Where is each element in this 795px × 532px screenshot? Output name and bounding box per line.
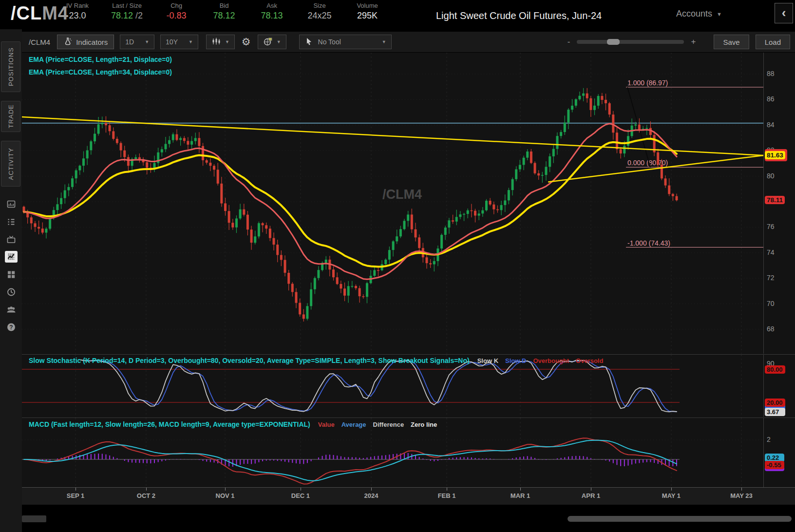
legend-item: Slow D <box>505 357 526 364</box>
svg-text:1.000 (86.97): 1.000 (86.97) <box>627 79 668 87</box>
indicators-label: Indicators <box>76 38 108 46</box>
load-button[interactable]: Load <box>756 35 790 49</box>
macd-pane: 20.22-0.55-0.77 MACD (Fast length=12, Sl… <box>22 418 795 487</box>
price-axis[interactable]: 888684828078767472706881.6378.11 <box>763 53 795 354</box>
tool-value: No Tool <box>318 38 341 46</box>
quote-field-label: Ask <box>258 2 286 9</box>
price-tick: 72 <box>767 274 775 282</box>
range-dropdown[interactable]: 10Y▼ <box>160 35 198 49</box>
quote-field-value: 78.12 <box>210 11 238 21</box>
header-quote-fields: IV Rank23.0Last / Size78.12 /2Chg-0.83Bi… <box>63 2 381 21</box>
accounts-label: Accounts <box>676 9 712 19</box>
candlestick-chart[interactable]: /CLM41.000 (86.97)0.000 (80.70)-1.000 (7… <box>22 53 763 354</box>
chart-stack: /CLM41.000 (86.97)0.000 (80.70)-1.000 (7… <box>22 53 795 532</box>
sidebar-tab-positions[interactable]: POSITIONS <box>1 41 20 92</box>
chart-toolbar: /CLM4 Indicators 1D▼ 10Y▼ ▼ ⚙ ▼ N <box>22 32 795 52</box>
legend-item: Overbought <box>533 357 569 364</box>
time-tick-label: OCT 2 <box>137 492 155 499</box>
drawing-tool-dropdown[interactable]: No Tool ▼ <box>299 35 392 49</box>
quote-field-size: Size24x25 <box>305 2 334 21</box>
sidebar-news-chart-icon[interactable] <box>0 195 22 213</box>
range-value: 10Y <box>166 38 178 46</box>
price-tick: 68 <box>767 325 775 333</box>
sidebar-grid-icon[interactable] <box>0 266 22 283</box>
quote-field-ask: Ask78.13 <box>258 2 286 21</box>
quote-field-label: Chg <box>162 2 190 9</box>
price-tick: 84 <box>767 121 775 129</box>
zoom-out-button[interactable]: - <box>568 37 570 47</box>
stoch-bubble: 3.67 <box>765 408 785 416</box>
quote-field-label: Size <box>305 2 334 9</box>
time-axis-corner-button[interactable] <box>22 515 46 522</box>
sidebar-tab-activity[interactable]: ACTIVITY <box>1 141 20 187</box>
time-tick-mark <box>146 488 147 491</box>
symbol-title: /CLM4 <box>11 3 69 24</box>
bottom-strip <box>22 505 795 532</box>
zoom-slider-thumb[interactable] <box>607 39 620 45</box>
save-button[interactable]: Save <box>714 35 749 49</box>
stoch-bubble: 20.00 <box>765 399 785 407</box>
quote-field-value: 23.0 <box>63 11 92 21</box>
quote-field-bid: Bid78.12 <box>210 2 238 21</box>
time-tick-mark <box>591 488 591 491</box>
ema-study-label: EMA (Price=CLOSE, Length=34, Displace=0) <box>29 68 172 76</box>
time-tick-mark <box>447 488 447 491</box>
chevron-down-icon: ▼ <box>382 39 386 44</box>
legend-item: Zero line <box>411 421 437 428</box>
svg-text:?: ? <box>9 324 13 331</box>
time-tick-label: MAY 23 <box>730 492 753 499</box>
quote-field-value: 24x25 <box>305 11 334 21</box>
horizontal-scrollbar[interactable] <box>568 516 792 522</box>
sidebar-chart-icon[interactable] <box>0 248 22 266</box>
macd-study-label: MACD (Fast length=12, Slow length=26, MA… <box>29 420 437 428</box>
macd-axis[interactable]: 20.22-0.55-0.77 <box>763 418 795 487</box>
indicators-button[interactable]: Indicators <box>57 35 114 49</box>
legend-item: Average <box>341 421 366 428</box>
timeframe-value: 1D <box>125 38 134 46</box>
price-pane: /CLM41.000 (86.97)0.000 (80.70)-1.000 (7… <box>22 53 795 354</box>
stochastic-study-label: Slow Stochastic (K Period=14, D Period=3… <box>29 357 603 364</box>
macd-bubble: -0.55 <box>765 461 784 469</box>
macd-plot-area[interactable] <box>22 418 763 487</box>
grid-layout-dropdown[interactable]: ▼ <box>258 35 286 49</box>
macd-legend: ValueAverageDifferenceZero line <box>318 421 437 428</box>
zoom-in-button[interactable]: + <box>691 37 696 47</box>
collapse-panel-button[interactable]: ‹ <box>775 3 793 23</box>
instrument-description: Light Sweet Crude Oil Futures, Jun-24 <box>436 10 602 21</box>
legend-item: Slow K <box>477 357 498 364</box>
trading-platform-window: /CLM4 IV Rank23.0Last / Size78.12 /2Chg-… <box>0 0 795 532</box>
zoom-slider[interactable] <box>577 40 684 44</box>
time-tick-mark <box>76 488 76 491</box>
chart-gadget: /CLM4 Indicators 1D▼ 10Y▼ ▼ ⚙ ▼ N <box>22 29 795 532</box>
chevron-down-icon: ▼ <box>189 39 193 44</box>
chart-icon <box>5 251 18 263</box>
accounts-dropdown[interactable]: Accounts ▼ <box>676 9 722 19</box>
grid-icon <box>6 269 17 279</box>
gear-icon[interactable]: ⚙ <box>242 36 251 48</box>
sidebar-tab-trade[interactable]: TRADE <box>1 101 20 132</box>
quote-field-value: 295K <box>353 11 381 21</box>
macd-tick: 2 <box>767 436 771 443</box>
macd-chart[interactable] <box>22 418 763 488</box>
sidebar-history-icon[interactable] <box>0 283 22 301</box>
stochastic-axis[interactable]: 9080.0020.003.67 <box>763 355 795 417</box>
candlestick-type-icon <box>211 37 221 47</box>
timeframe-dropdown[interactable]: 1D▼ <box>120 35 154 49</box>
time-axis[interactable]: SEP 1OCT 2NOV 1DEC 12024FEB 1MAR 1APR 1M… <box>22 487 795 505</box>
price-tick: 88 <box>767 70 775 77</box>
quote-field-value: 78.13 <box>258 11 286 21</box>
price-plot-area[interactable]: /CLM41.000 (86.97)0.000 (80.70)-1.000 (7… <box>22 53 763 354</box>
stochastic-pane: 9080.0020.003.67 Slow Stochastic (K Peri… <box>22 354 795 417</box>
sidebar-help-icon[interactable]: ? <box>0 318 22 336</box>
quote-field-volume: Volume295K <box>353 2 381 21</box>
price-tick: 70 <box>767 300 775 307</box>
time-tick-label: NOV 1 <box>216 492 235 499</box>
chart-type-dropdown[interactable]: ▼ <box>206 35 235 49</box>
sidebar-tv-icon[interactable] <box>0 230 22 248</box>
sidebar-watchlist-icon[interactable] <box>0 213 22 230</box>
time-tick-label: APR 1 <box>582 492 600 499</box>
time-tick-label: 2024 <box>364 492 379 499</box>
time-tick-label: MAY 1 <box>662 492 681 499</box>
grid-layout-icon <box>263 37 273 48</box>
sidebar-community-icon[interactable] <box>0 301 22 318</box>
